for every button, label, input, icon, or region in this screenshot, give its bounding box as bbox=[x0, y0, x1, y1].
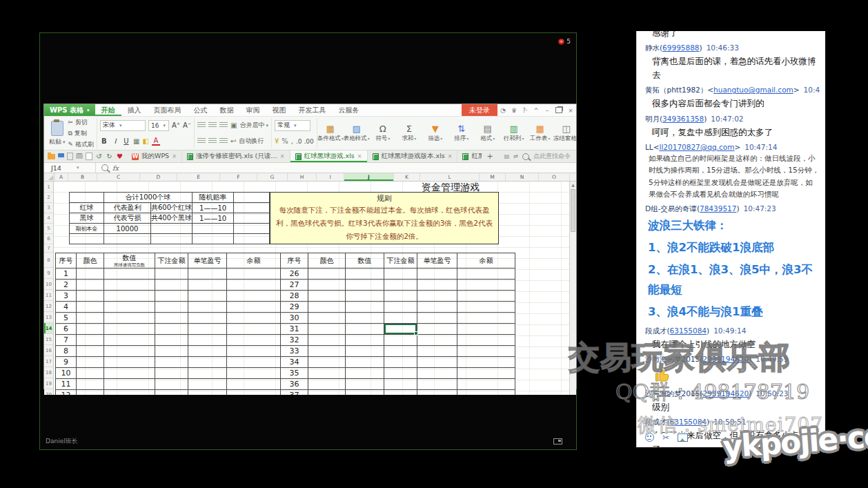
cell[interactable] bbox=[77, 357, 104, 368]
cell[interactable]: 33 bbox=[281, 346, 308, 357]
font-name-select[interactable]: 宋体 bbox=[100, 120, 146, 131]
cell[interactable] bbox=[104, 335, 155, 346]
cell[interactable] bbox=[227, 390, 281, 396]
cell[interactable]: 26 bbox=[281, 269, 308, 280]
tab-close-icon[interactable]: × bbox=[357, 153, 362, 159]
cell[interactable] bbox=[457, 368, 515, 379]
align-left-icon[interactable] bbox=[197, 138, 206, 144]
wps-home-icon[interactable]: ♥ bbox=[116, 153, 124, 160]
document-tab-3[interactable]: 红球黑球游戏版本.xls× bbox=[368, 150, 458, 162]
cell[interactable] bbox=[155, 324, 188, 335]
cell[interactable] bbox=[227, 269, 281, 280]
fx-icon[interactable]: fx bbox=[112, 164, 119, 172]
odds-header-cell[interactable]: 随机赔率 bbox=[193, 193, 234, 203]
minimize-icon[interactable]: – bbox=[542, 107, 553, 114]
row-header-6[interactable]: 6 bbox=[44, 234, 53, 244]
sum-button[interactable]: Σ求和 bbox=[396, 118, 422, 148]
column-header-A[interactable]: A bbox=[55, 173, 68, 181]
cell[interactable] bbox=[457, 291, 515, 302]
menu-item-5[interactable]: 审阅 bbox=[240, 104, 266, 116]
cell[interactable] bbox=[234, 193, 270, 203]
cell[interactable] bbox=[417, 346, 457, 357]
cell[interactable]: 34 bbox=[281, 357, 308, 368]
cell[interactable] bbox=[457, 280, 515, 291]
column-header-O[interactable]: O bbox=[539, 173, 570, 181]
header-cell[interactable]: 余额 bbox=[227, 253, 281, 269]
row-header-12[interactable]: 12 bbox=[44, 301, 53, 312]
image-icon[interactable] bbox=[678, 433, 688, 442]
cell[interactable] bbox=[308, 335, 346, 346]
cell[interactable] bbox=[77, 368, 104, 379]
cell[interactable] bbox=[308, 269, 346, 280]
expand-icon[interactable] bbox=[553, 438, 562, 445]
cell[interactable] bbox=[417, 313, 457, 324]
save-icon[interactable] bbox=[58, 153, 64, 159]
total-balls-cell[interactable]: 合计1000个球 bbox=[104, 193, 193, 203]
font-color-icon[interactable]: A bbox=[152, 137, 160, 146]
number-format-select[interactable]: 常规 bbox=[275, 120, 310, 131]
format-button[interactable]: ▤格式 bbox=[475, 118, 501, 148]
column-header-H[interactable]: H bbox=[288, 173, 317, 181]
cell[interactable] bbox=[417, 368, 457, 379]
cell[interactable] bbox=[104, 368, 155, 379]
login-button[interactable]: 未登录 bbox=[462, 104, 497, 116]
cell[interactable] bbox=[417, 324, 457, 335]
row-header-7[interactable]: 7 bbox=[44, 244, 53, 253]
cell[interactable] bbox=[188, 313, 227, 324]
cell[interactable] bbox=[417, 390, 457, 396]
tab-list-icon[interactable]: ▤ bbox=[504, 153, 510, 159]
cell[interactable] bbox=[234, 224, 270, 234]
cell[interactable] bbox=[104, 280, 155, 291]
worksheet-button[interactable]: ▦工作表 bbox=[527, 118, 553, 148]
cell[interactable] bbox=[188, 269, 227, 280]
cell[interactable] bbox=[77, 335, 104, 346]
cell[interactable] bbox=[104, 346, 155, 357]
vip-icon[interactable]: ♛ bbox=[509, 107, 520, 114]
header-cell[interactable]: 序号 bbox=[56, 253, 77, 269]
capital-label[interactable]: 期初本金 bbox=[70, 224, 104, 234]
cell[interactable] bbox=[417, 269, 457, 280]
header-cell[interactable]: 单笔盈亏 bbox=[417, 253, 457, 269]
cell[interactable] bbox=[104, 234, 151, 244]
column-header-M[interactable]: M bbox=[480, 173, 506, 181]
menu-item-6[interactable]: 视图 bbox=[266, 104, 293, 116]
open-file-icon[interactable] bbox=[48, 154, 55, 159]
cell[interactable] bbox=[104, 291, 155, 302]
cell[interactable] bbox=[188, 368, 227, 379]
align-right-icon[interactable] bbox=[219, 138, 228, 144]
format-painter-button[interactable]: ✎ 格式刷 bbox=[68, 140, 94, 149]
cell[interactable]: 6 bbox=[56, 324, 77, 335]
row-header-8[interactable]: 8 bbox=[44, 253, 53, 268]
cell[interactable] bbox=[188, 302, 227, 313]
cell[interactable] bbox=[104, 302, 155, 313]
cell[interactable] bbox=[227, 324, 281, 335]
cell[interactable] bbox=[227, 379, 281, 390]
chat-user-link[interactable]: 63155084 bbox=[670, 418, 707, 426]
close-icon[interactable]: × bbox=[565, 107, 576, 114]
merge-center-label[interactable]: 合并居中 bbox=[239, 121, 268, 130]
cell[interactable] bbox=[151, 234, 193, 244]
chat-user-link[interactable]: ll20170827@qq.com bbox=[660, 143, 735, 151]
cell[interactable] bbox=[227, 280, 281, 291]
cell[interactable] bbox=[104, 269, 155, 280]
row-header-2[interactable]: 2 bbox=[44, 193, 53, 203]
cell[interactable] bbox=[155, 379, 188, 390]
restore-icon[interactable] bbox=[555, 107, 562, 113]
cell[interactable] bbox=[77, 291, 104, 302]
cell[interactable] bbox=[384, 379, 417, 390]
row-header-19[interactable]: 19 bbox=[44, 378, 53, 389]
chat-user-link[interactable]: 69995888 bbox=[662, 43, 699, 52]
cell[interactable] bbox=[346, 313, 384, 324]
cell[interactable]: 7 bbox=[56, 335, 77, 346]
menu-item-8[interactable]: 云服务 bbox=[333, 104, 366, 116]
cell[interactable] bbox=[77, 269, 104, 280]
align-top-icon[interactable] bbox=[197, 122, 206, 128]
cell[interactable] bbox=[457, 324, 515, 335]
cell[interactable] bbox=[188, 346, 227, 357]
cell[interactable]: 5 bbox=[56, 313, 77, 324]
column-header-C[interactable]: C bbox=[97, 173, 140, 181]
cell[interactable] bbox=[104, 390, 155, 396]
copy-button[interactable]: ⧉ 复制 bbox=[68, 129, 94, 138]
menu-item-3[interactable]: 公式 bbox=[188, 104, 214, 116]
align-bottom-icon[interactable] bbox=[219, 122, 228, 128]
